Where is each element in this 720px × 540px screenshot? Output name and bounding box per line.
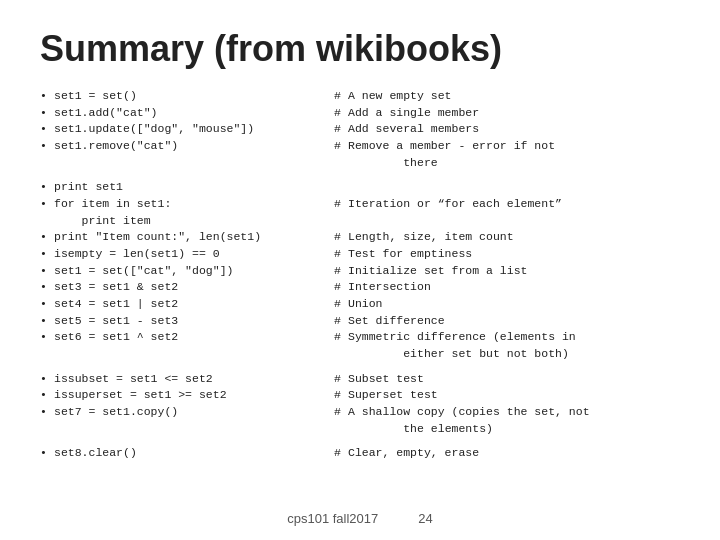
code-cell: set1.add("cat") bbox=[54, 105, 334, 122]
bullet: • bbox=[40, 179, 54, 196]
code-cell: set8.clear() bbox=[54, 445, 334, 462]
desc-cell: Initialize set from a list bbox=[348, 263, 680, 280]
bullet: • bbox=[40, 371, 54, 388]
desc-cell: Test for emptiness bbox=[348, 246, 680, 263]
hash-cell bbox=[334, 213, 348, 230]
hash-cell: # bbox=[334, 296, 348, 313]
table-row: •print set1 bbox=[40, 179, 680, 196]
table-row: •set4 = set1 | set2#Union bbox=[40, 296, 680, 313]
bullet: • bbox=[40, 445, 54, 462]
bullet: • bbox=[40, 196, 54, 213]
desc-cell: Set difference bbox=[348, 313, 680, 330]
content-table: •set1 = set()#A new empty set•set1.add("… bbox=[40, 88, 680, 462]
code-cell: issubset = set1 <= set2 bbox=[54, 371, 334, 388]
hash-cell bbox=[334, 179, 348, 196]
code-cell: set4 = set1 | set2 bbox=[54, 296, 334, 313]
table-row: •issuperset = set1 >= set2#Superset test bbox=[40, 387, 680, 404]
code-cell: set3 = set1 & set2 bbox=[54, 279, 334, 296]
bullet: • bbox=[40, 313, 54, 330]
code-cell: print "Item count:", len(set1) bbox=[54, 229, 334, 246]
bullet: • bbox=[40, 246, 54, 263]
table-row: •print "Item count:", len(set1)#Length, … bbox=[40, 229, 680, 246]
desc-cell: Length, size, item count bbox=[348, 229, 680, 246]
desc-cell: Symmetric difference (elements in either… bbox=[348, 329, 680, 362]
code-cell: issuperset = set1 >= set2 bbox=[54, 387, 334, 404]
code-cell: set1 = set() bbox=[54, 88, 334, 105]
table-row: •set1.update(["dog", "mouse"])#Add sever… bbox=[40, 121, 680, 138]
bullet: • bbox=[40, 263, 54, 280]
hash-cell: # bbox=[334, 387, 348, 404]
hash-cell: # bbox=[334, 329, 348, 362]
bullet: • bbox=[40, 296, 54, 313]
hash-cell: # bbox=[334, 196, 348, 213]
table-row: •set6 = set1 ^ set2#Symmetric difference… bbox=[40, 329, 680, 362]
hash-cell: # bbox=[334, 246, 348, 263]
hash-cell: # bbox=[334, 445, 348, 462]
table-row: •set3 = set1 & set2#Intersection bbox=[40, 279, 680, 296]
code-cell: isempty = len(set1) == 0 bbox=[54, 246, 334, 263]
hash-cell: # bbox=[334, 404, 348, 437]
hash-cell: # bbox=[334, 88, 348, 105]
slide-title: Summary (from wikibooks) bbox=[40, 28, 680, 70]
table-row: •set1 = set()#A new empty set bbox=[40, 88, 680, 105]
code-cell: set1.update(["dog", "mouse"]) bbox=[54, 121, 334, 138]
bullet: • bbox=[40, 229, 54, 246]
hash-cell: # bbox=[334, 263, 348, 280]
desc-cell: A shallow copy (copies the set, not the … bbox=[348, 404, 680, 437]
hash-cell: # bbox=[334, 313, 348, 330]
bullet: • bbox=[40, 329, 54, 362]
table-row: •set1 = set(["cat", "dog"])#Initialize s… bbox=[40, 263, 680, 280]
table-row: •set5 = set1 - set3#Set difference bbox=[40, 313, 680, 330]
code-cell: set1 = set(["cat", "dog"]) bbox=[54, 263, 334, 280]
table-row: •issubset = set1 <= set2#Subset test bbox=[40, 371, 680, 388]
desc-cell: Union bbox=[348, 296, 680, 313]
code-cell: set6 = set1 ^ set2 bbox=[54, 329, 334, 362]
code-cell: set5 = set1 - set3 bbox=[54, 313, 334, 330]
code-cell: set1.remove("cat") bbox=[54, 138, 334, 171]
desc-cell bbox=[348, 213, 680, 230]
footer: cps101 fall2017 24 bbox=[0, 511, 720, 526]
bullet: • bbox=[40, 88, 54, 105]
code-cell: print item bbox=[54, 213, 334, 230]
bullet: • bbox=[40, 279, 54, 296]
desc-cell: Clear, empty, erase bbox=[348, 445, 680, 462]
hash-cell: # bbox=[334, 121, 348, 138]
table-row: •set7 = set1.copy()#A shallow copy (copi… bbox=[40, 404, 680, 437]
table-row: •isempty = len(set1) == 0#Test for empti… bbox=[40, 246, 680, 263]
hash-cell: # bbox=[334, 229, 348, 246]
table-row: •set1.remove("cat")#Remove a member - er… bbox=[40, 138, 680, 171]
code-cell: print set1 bbox=[54, 179, 334, 196]
hash-cell: # bbox=[334, 371, 348, 388]
desc-cell bbox=[348, 179, 680, 196]
bullet: • bbox=[40, 387, 54, 404]
hash-cell: # bbox=[334, 138, 348, 171]
bullet: • bbox=[40, 138, 54, 171]
bullet: • bbox=[40, 121, 54, 138]
table-row: •set1.add("cat")#Add a single member bbox=[40, 105, 680, 122]
table-row: •for item in set1:#Iteration or “for eac… bbox=[40, 196, 680, 213]
bullet: • bbox=[40, 404, 54, 437]
desc-cell: Superset test bbox=[348, 387, 680, 404]
desc-cell: A new empty set bbox=[348, 88, 680, 105]
code-cell: for item in set1: bbox=[54, 196, 334, 213]
table-row: •set8.clear()#Clear, empty, erase bbox=[40, 445, 680, 462]
desc-cell: Add a single member bbox=[348, 105, 680, 122]
bullet bbox=[40, 213, 54, 230]
page-number: 24 bbox=[418, 511, 432, 526]
hash-cell: # bbox=[334, 105, 348, 122]
desc-cell: Iteration or “for each element” bbox=[348, 196, 680, 213]
slide: Summary (from wikibooks) •set1 = set()#A… bbox=[0, 0, 720, 540]
bullet: • bbox=[40, 105, 54, 122]
desc-cell: Remove a member - error if not there bbox=[348, 138, 680, 171]
hash-cell: # bbox=[334, 279, 348, 296]
desc-cell: Subset test bbox=[348, 371, 680, 388]
table-row: print item bbox=[40, 213, 680, 230]
desc-cell: Intersection bbox=[348, 279, 680, 296]
desc-cell: Add several members bbox=[348, 121, 680, 138]
code-cell: set7 = set1.copy() bbox=[54, 404, 334, 437]
footer-left: cps101 fall2017 bbox=[287, 511, 378, 526]
